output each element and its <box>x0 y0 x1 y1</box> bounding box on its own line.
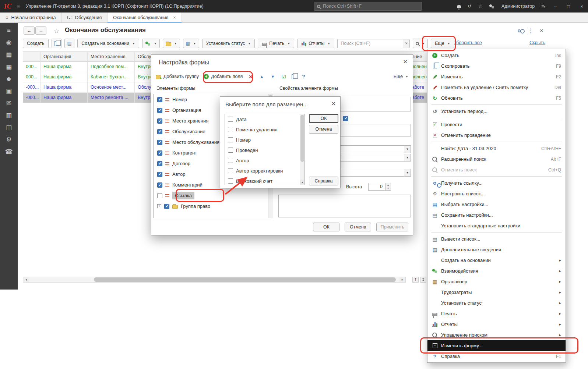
more-button[interactable]: Еще▼ <box>431 39 454 48</box>
visibility-checkbox[interactable] <box>157 193 162 198</box>
menu-item[interactable]: Вывести список... <box>427 234 566 244</box>
tree-item[interactable]: Группа право <box>154 201 273 212</box>
more-vertical-icon[interactable]: ⋮ <box>527 28 533 34</box>
drag-handle-icon[interactable] <box>165 120 169 123</box>
visibility-checkbox[interactable] <box>157 129 162 134</box>
column-header[interactable]: Место хранения <box>88 52 135 62</box>
check-all-icon[interactable] <box>281 74 287 79</box>
back-button[interactable]: ← <box>24 26 35 35</box>
visibility-checkbox[interactable] <box>157 97 162 102</box>
help-icon[interactable] <box>300 74 307 79</box>
close-form-icon[interactable]: × <box>540 28 543 34</box>
dialog-more-button[interactable]: Еще▼ <box>394 74 408 79</box>
menu-item[interactable]: СкопироватьF9 <box>427 61 566 71</box>
column-header[interactable] <box>23 52 41 62</box>
menu-item[interactable]: Отчеты▸ <box>427 319 566 330</box>
tree-item[interactable]: Ссылка <box>154 190 273 201</box>
property-checkbox[interactable] <box>343 116 348 121</box>
menu-item[interactable]: Отменить проведение <box>427 130 566 141</box>
close-window-button[interactable]: × <box>578 4 585 9</box>
monitor-icon[interactable]: ▦ <box>6 64 12 70</box>
visibility-checkbox[interactable] <box>157 118 162 124</box>
create-based-on-button[interactable]: Создать на основании▼ <box>77 39 139 48</box>
menu-item[interactable]: Взаимодействия▸ <box>427 266 566 276</box>
field-list-item[interactable]: Автор <box>225 155 304 166</box>
menu-item[interactable]: Трудозатраты▸ <box>427 287 566 298</box>
main-menu-icon[interactable]: ≡ <box>17 3 20 10</box>
stepper-buttons[interactable]: ▲▼ <box>385 183 391 190</box>
interactions-button[interactable]: ▼ <box>142 39 160 48</box>
journal-button[interactable]: ▤ <box>64 39 75 48</box>
menu-item[interactable]: ИзменитьF2 <box>427 71 566 82</box>
get-link-icon[interactable] <box>518 29 521 32</box>
add-group-button[interactable]: Добавить группу <box>156 74 199 79</box>
visibility-checkbox[interactable] <box>157 182 162 188</box>
scrollbar-thumb[interactable] <box>300 115 304 162</box>
print-button[interactable]: Печать▼ <box>258 39 294 48</box>
field-list-item[interactable]: Пометка удаления <box>225 124 304 135</box>
height-stepper[interactable]: 0 ▲▼ <box>368 183 391 191</box>
tab-discussions[interactable]: Обсуждения <box>62 13 108 22</box>
field-checkbox[interactable] <box>228 137 233 142</box>
horizontal-scrollbar[interactable]: ◂ ▸ <box>23 277 406 283</box>
knowledge-base-icon[interactable]: ◫ <box>6 124 12 131</box>
drag-handle-icon[interactable] <box>165 109 169 112</box>
print-forms-icon[interactable]: ▤ <box>6 52 12 58</box>
menu-item[interactable]: ОбновитьF5 <box>427 93 566 103</box>
menu-item[interactable]: Дополнительные сведения <box>427 244 566 255</box>
field-list-item[interactable]: Номер <box>225 135 304 145</box>
visibility-checkbox[interactable] <box>157 161 162 166</box>
nomenclature-icon[interactable]: ▣ <box>6 88 12 94</box>
field-checkbox[interactable] <box>228 158 233 163</box>
menu-item[interactable]: Пометить на удаление / Снять пометкуDel <box>427 82 566 93</box>
global-search[interactable]: Поиск Ctrl+Shift+F <box>314 2 422 11</box>
chevron-down-icon[interactable]: ▼ <box>404 146 411 153</box>
field-checkbox[interactable] <box>228 117 233 122</box>
jump-bottom-button[interactable]: ↧ <box>420 277 426 283</box>
field-checkbox[interactable] <box>228 168 233 173</box>
maximize-button[interactable]: □ <box>565 4 572 9</box>
menu-item[interactable]: Установить период... <box>427 106 566 117</box>
find-button[interactable]: ▼ <box>413 39 428 48</box>
service-menu-icon[interactable]: ≡▾ <box>541 4 545 9</box>
ok-button[interactable]: ОК <box>313 223 339 231</box>
mail-icon[interactable]: ✉ <box>6 100 11 106</box>
minimize-button[interactable]: – <box>552 4 559 9</box>
current-user[interactable]: Администратор <box>501 4 535 9</box>
scroll-left-icon[interactable]: ◂ <box>23 277 29 282</box>
description-field[interactable] <box>278 195 411 217</box>
popup-cancel-button[interactable]: Отмена <box>309 125 338 134</box>
menu-item[interactable]: Изменить форму... <box>427 340 566 351</box>
scrollbar-track[interactable] <box>29 277 399 282</box>
calendar-icon[interactable]: ▥ <box>6 112 12 118</box>
popup-ok-button[interactable]: ОК <box>309 114 338 123</box>
copy-document-button[interactable] <box>52 39 61 48</box>
sections-menu-icon[interactable]: ≡ <box>7 27 11 33</box>
drag-handle-icon[interactable] <box>165 130 169 133</box>
drag-handle-icon[interactable] <box>165 173 169 176</box>
cancel-button[interactable]: Отмена <box>345 223 371 231</box>
hide-link[interactable]: Скрыть <box>529 40 545 45</box>
menu-item[interactable]: Установить статус▸ <box>427 298 566 308</box>
field-list-item[interactable]: Дата <box>225 114 304 124</box>
support-icon[interactable]: ☎ <box>5 149 13 155</box>
history-icon[interactable]: ↺ <box>468 4 471 9</box>
users-icon[interactable] <box>489 4 495 9</box>
drag-handle-icon[interactable] <box>165 98 169 101</box>
visibility-checkbox[interactable] <box>157 108 162 113</box>
menu-item[interactable]: Расширенный поискAlt+F <box>427 154 566 164</box>
settings-icon[interactable]: ⚙ <box>6 136 11 143</box>
drag-handle-icon[interactable] <box>165 194 169 197</box>
drag-handle-icon[interactable] <box>165 162 169 165</box>
menu-item[interactable]: СоздатьIns <box>427 50 566 61</box>
apply-button[interactable]: Применить <box>376 223 408 231</box>
column-header[interactable]: Организация <box>41 52 88 62</box>
move-up-icon[interactable] <box>258 74 265 79</box>
chevron-down-icon[interactable]: ▼ <box>404 169 411 176</box>
move-down-icon[interactable] <box>270 74 276 79</box>
tab-home[interactable]: ⌂ Начальная страница <box>0 13 62 22</box>
field-list-item[interactable]: Банковский счет <box>225 176 304 185</box>
favorites-icon[interactable]: ☆ <box>478 4 482 9</box>
tab-service-endings[interactable]: Окончания обслуживания × <box>108 13 182 22</box>
menu-item[interactable]: Сохранить настройки... <box>427 210 566 220</box>
